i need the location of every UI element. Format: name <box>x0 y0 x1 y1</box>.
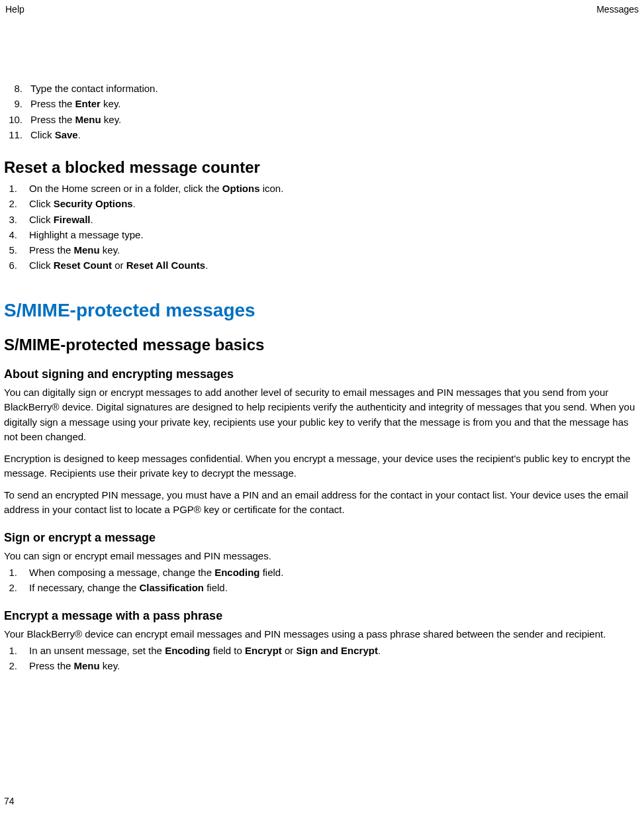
step-number: 5. <box>4 242 29 258</box>
top-steps-list: 8.Type the contact information.9.Press t… <box>4 81 640 142</box>
step-text: Click Security Options. <box>29 196 136 211</box>
list-item: 10.Press the Menu key. <box>4 112 640 127</box>
page-number: 74 <box>4 796 15 806</box>
step-text: If necessary, change the Classification … <box>29 580 228 595</box>
sign-steps-list: 1.When composing a message, change the E… <box>4 565 640 596</box>
sign-heading: Sign or encrypt a message <box>4 531 640 545</box>
step-number: 10. <box>4 112 30 127</box>
about-heading: About signing and encrypting messages <box>4 367 640 381</box>
header-left: Help <box>5 4 24 15</box>
step-text: In an unsent message, set the Encoding f… <box>29 643 381 658</box>
step-text: Press the Enter key. <box>30 96 120 111</box>
list-item: 6.Click Reset Count or Reset All Counts. <box>4 258 640 273</box>
step-number: 11. <box>4 127 30 142</box>
list-item: 5.Press the Menu key. <box>4 242 640 258</box>
about-paragraph-2: Encryption is designed to keep messages … <box>4 452 640 481</box>
step-number: 8. <box>4 81 30 96</box>
basics-heading: S/MIME-protected message basics <box>4 336 640 354</box>
reset-heading: Reset a blocked message counter <box>4 158 640 177</box>
about-paragraph-3: To send an encrypted PIN message, you mu… <box>4 488 640 518</box>
step-text: Click Firewall. <box>29 212 93 227</box>
step-number: 2. <box>4 658 29 673</box>
step-number: 2. <box>4 196 29 211</box>
about-paragraph-1: You can digitally sign or encrypt messag… <box>4 385 640 445</box>
step-number: 1. <box>4 181 29 196</box>
encrypt-heading: Encrypt a message with a pass phrase <box>4 609 640 623</box>
step-number: 2. <box>4 580 29 595</box>
list-item: 1.When composing a message, change the E… <box>4 565 640 580</box>
step-number: 9. <box>4 96 30 111</box>
step-text: Press the Menu key. <box>29 242 120 258</box>
step-text: Click Reset Count or Reset All Counts. <box>29 258 208 273</box>
list-item: 11.Click Save. <box>4 127 640 142</box>
list-item: 2.Press the Menu key. <box>4 658 640 673</box>
step-text: Highlight a message type. <box>29 227 144 242</box>
list-item: 1.In an unsent message, set the Encoding… <box>4 643 640 658</box>
reset-steps-list: 1.On the Home screen or in a folder, cli… <box>4 181 640 273</box>
list-item: 1.On the Home screen or in a folder, cli… <box>4 181 640 196</box>
step-text: Press the Menu key. <box>30 112 121 127</box>
step-number: 4. <box>4 227 29 242</box>
encrypt-steps-list: 1.In an unsent message, set the Encoding… <box>4 643 640 674</box>
list-item: 4.Highlight a message type. <box>4 227 640 242</box>
sign-intro: You can sign or encrypt email messages a… <box>4 549 640 564</box>
step-number: 3. <box>4 212 29 227</box>
step-number: 1. <box>4 565 29 580</box>
encrypt-intro: Your BlackBerry® device can encrypt emai… <box>4 627 640 642</box>
step-number: 6. <box>4 258 29 273</box>
list-item: 8.Type the contact information. <box>4 81 640 96</box>
step-number: 1. <box>4 643 29 658</box>
step-text: Press the Menu key. <box>29 658 120 673</box>
list-item: 2.Click Security Options. <box>4 196 640 211</box>
list-item: 2.If necessary, change the Classificatio… <box>4 580 640 595</box>
header-right: Messages <box>596 4 639 15</box>
chapter-heading: S/MIME-protected messages <box>4 300 640 321</box>
step-text: Click Save. <box>30 127 81 142</box>
step-text: On the Home screen or in a folder, click… <box>29 181 283 196</box>
list-item: 9.Press the Enter key. <box>4 96 640 111</box>
list-item: 3.Click Firewall. <box>4 212 640 227</box>
step-text: When composing a message, change the Enc… <box>29 565 283 580</box>
step-text: Type the contact information. <box>30 81 158 96</box>
